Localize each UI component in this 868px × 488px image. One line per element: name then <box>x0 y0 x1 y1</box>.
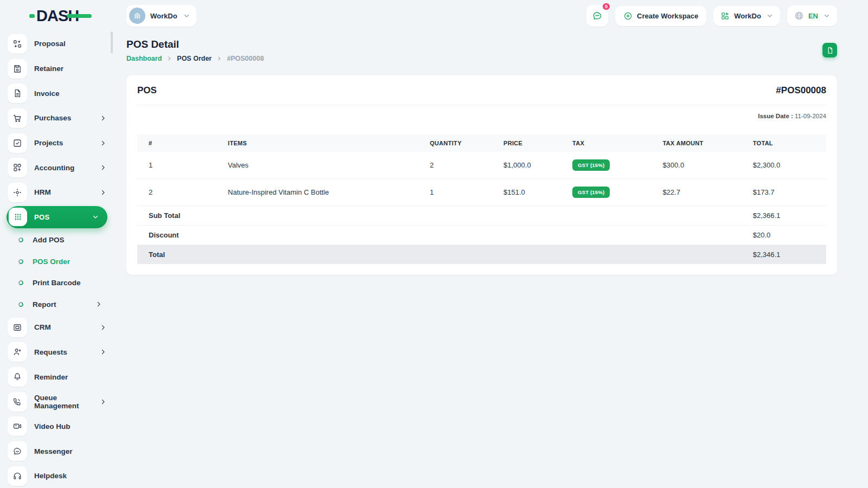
message-icon <box>8 441 27 461</box>
sidebar-item-purchases[interactable]: Purchases <box>0 106 114 131</box>
sidebar-item-reminder[interactable]: Reminder <box>0 364 114 389</box>
discount-row: Discount $20.0 <box>137 226 826 245</box>
sidebar-item-pos[interactable]: POS <box>7 206 107 228</box>
cell-price: $151.0 <box>492 179 561 206</box>
cell-item: Nature-Inspired Vitamin C Bottle <box>216 179 418 206</box>
total-row: Total $2,346.1 <box>137 245 826 265</box>
bullet-icon <box>18 301 23 307</box>
page-header: POS Detail Dashboard POS Order #POS00008 <box>126 38 837 62</box>
total-label: Total <box>137 245 742 265</box>
submenu-item-label: Report <box>33 300 95 309</box>
create-workspace-button[interactable]: Create Workspace <box>615 6 706 26</box>
subtotal-value: $2,366.1 <box>742 206 826 226</box>
sidebar-item-projects[interactable]: Projects <box>0 131 114 156</box>
retainer-icon <box>8 59 27 79</box>
table-row: 2 Nature-Inspired Vitamin C Bottle 1 $15… <box>137 179 826 206</box>
pos-items-table: # ITEMS QUANTITY PRICE TAX TAX AMOUNT TO… <box>137 134 826 264</box>
sidebar-item-label: Retainer <box>34 65 106 73</box>
sidebar-item-queue-management[interactable]: Queue Management <box>0 389 114 414</box>
sidebar: DASH Proposal Retainer Invoice <box>0 0 114 488</box>
sidebar-item-label: Video Hub <box>34 422 106 431</box>
discount-value: $20.0 <box>742 226 826 245</box>
breadcrumb: Dashboard POS Order #POS00008 <box>126 55 837 62</box>
chevron-right-icon <box>100 349 106 355</box>
cell-index: 1 <box>137 152 216 179</box>
sidebar-item-label: Queue Management <box>34 394 100 410</box>
workdo-menu-label: WorkDo <box>734 12 761 20</box>
sidebar-item-messenger[interactable]: Messenger <box>0 439 114 464</box>
cell-quantity: 1 <box>418 179 492 206</box>
cell-total: $2,300.0 <box>742 152 826 179</box>
col-header-price: PRICE <box>492 134 561 152</box>
chevron-right-icon <box>216 56 222 61</box>
sidebar-item-label: Accounting <box>34 164 100 172</box>
chevron-right-icon <box>100 164 106 171</box>
sidebar-item-hrm[interactable]: HRM <box>0 180 114 205</box>
sidebar-item-label: Messenger <box>34 447 106 455</box>
submenu-item-pos-order[interactable]: POS Order <box>0 251 114 272</box>
workdo-menu-button[interactable]: WorkDo <box>713 6 780 26</box>
main-content: WorkDo 0 Create Workspace WorkDo EN <box>114 0 868 488</box>
workspace-selector[interactable]: WorkDo <box>126 5 196 27</box>
language-selector[interactable]: EN <box>787 5 837 26</box>
cell-total: $173.7 <box>742 179 826 206</box>
total-value: $2,346.1 <box>742 245 826 265</box>
sidebar-item-crm[interactable]: CRM <box>0 315 114 340</box>
sidebar-item-invoice[interactable]: Invoice <box>0 81 114 106</box>
breadcrumb-dashboard[interactable]: Dashboard <box>126 55 162 62</box>
card-header: POS #POS00008 <box>137 85 826 105</box>
sidebar-item-proposal[interactable]: Proposal <box>0 31 114 56</box>
bullet-icon <box>18 259 23 264</box>
phone-icon <box>8 392 27 412</box>
chevron-right-icon <box>100 189 106 196</box>
app-logo[interactable]: DASH <box>0 0 114 31</box>
chevron-down-icon <box>824 12 830 19</box>
submenu-item-add-pos[interactable]: Add POS <box>0 229 114 251</box>
messages-button[interactable]: 0 <box>586 5 608 27</box>
cell-quantity: 2 <box>418 152 492 179</box>
sidebar-item-label: Invoice <box>34 89 106 98</box>
col-header-quantity: QUANTITY <box>418 134 492 152</box>
crm-icon <box>8 318 27 337</box>
headset-icon <box>8 466 27 486</box>
sidebar-item-label: Proposal <box>34 40 106 48</box>
breadcrumb-pos-order[interactable]: POS Order <box>177 55 212 62</box>
submenu-item-label: POS Order <box>33 258 114 266</box>
cell-item: Valves <box>216 152 418 179</box>
col-header-tax: TAX <box>561 134 651 152</box>
chevron-down-icon <box>767 12 773 19</box>
tax-badge: GST (15%) <box>572 159 610 171</box>
page-title: POS Detail <box>126 38 837 50</box>
globe-icon <box>794 11 804 21</box>
pos-detail-card: POS #POS00008 Issue Date : 11-09-2024 # … <box>126 75 837 275</box>
sidebar-item-label: CRM <box>34 323 100 331</box>
proposal-icon <box>8 34 27 54</box>
sidebar-item-requests[interactable]: Requests <box>0 340 114 365</box>
sidebar-item-retainer[interactable]: Retainer <box>0 56 114 81</box>
discount-label: Discount <box>137 226 742 245</box>
chevron-right-icon <box>100 140 106 146</box>
card-title: POS <box>137 85 157 96</box>
sidebar-scrollbar[interactable] <box>111 31 113 53</box>
sidebar-item-label: Helpdesk <box>34 472 106 480</box>
sidebar-item-video-hub[interactable]: Video Hub <box>0 414 114 439</box>
issue-date-row: Issue Date : 11-09-2024 <box>137 113 826 119</box>
submenu-item-report[interactable]: Report <box>0 293 114 315</box>
accounting-grid-icon <box>8 158 27 177</box>
submenu-item-print-barcode[interactable]: Print Barcode <box>0 272 114 294</box>
hrm-icon <box>8 183 27 202</box>
sidebar-item-accounting[interactable]: Accounting <box>0 155 114 180</box>
file-icon <box>826 47 834 54</box>
bullet-icon <box>18 280 23 285</box>
cell-tax-amount: $300.0 <box>651 152 741 179</box>
topbar-actions: 0 Create Workspace WorkDo EN <box>586 5 837 27</box>
sidebar-nav: Proposal Retainer Invoice Purchases <box>0 31 114 488</box>
table-row: 1 Valves 2 $1,000.0 GST (15%) $300.0 $2,… <box>137 152 826 179</box>
bullet-icon <box>18 237 23 242</box>
pos-number: #POS00008 <box>776 85 826 96</box>
chevron-right-icon <box>100 399 106 405</box>
export-pos-button[interactable] <box>822 43 837 57</box>
col-header-index: # <box>137 134 216 152</box>
language-code: EN <box>808 12 818 20</box>
sidebar-item-helpdesk[interactable]: Helpdesk <box>0 464 114 488</box>
